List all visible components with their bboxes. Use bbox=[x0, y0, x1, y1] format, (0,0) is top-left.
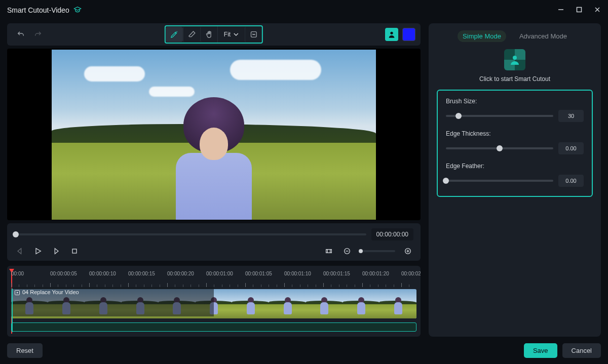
clip-label-text: 04 Replace Your Video bbox=[22, 289, 79, 295]
minimize-button[interactable] bbox=[557, 6, 564, 15]
ruler-tick: 00:00:01:00 bbox=[206, 271, 245, 287]
undo-button[interactable] bbox=[12, 27, 29, 42]
next-frame-button[interactable] bbox=[51, 246, 62, 257]
edge-thickness-value[interactable]: 0.00 bbox=[558, 142, 584, 154]
ruler-tick-label: 00:00:01:10 bbox=[284, 271, 311, 276]
time-ruler[interactable]: 00:0000:00:00:0500:00:00:1000:00:00:1500… bbox=[11, 271, 416, 287]
titlebar: Smart Cutout-Video bbox=[0, 0, 608, 20]
ruler-tick-label: 00:00:02: bbox=[401, 271, 421, 276]
window-title: Smart Cutout-Video bbox=[7, 6, 82, 15]
preview-frame bbox=[52, 50, 376, 220]
ruler-tick-label: 00:00:00:05 bbox=[50, 271, 77, 276]
clip-thumbnail bbox=[232, 289, 269, 318]
timecode-display: 00:00:00:00 bbox=[371, 228, 413, 240]
clip-play-icon bbox=[14, 290, 20, 296]
scrub-thumb[interactable] bbox=[13, 231, 19, 237]
hand-tool[interactable] bbox=[200, 27, 217, 42]
ruler-tick-label: 00:00 bbox=[11, 271, 24, 276]
svg-point-14 bbox=[513, 56, 517, 60]
edge-thickness-slider[interactable] bbox=[446, 147, 553, 149]
ruler-tick-label: 00:00:01:05 bbox=[245, 271, 272, 276]
window-title-text: Smart Cutout-Video bbox=[7, 6, 69, 14]
cancel-button[interactable]: Cancel bbox=[562, 343, 601, 358]
academic-cap-icon[interactable] bbox=[73, 6, 82, 15]
ruler-tick: 00:00 bbox=[11, 271, 50, 287]
tab-simple-mode[interactable]: Simple Mode bbox=[458, 30, 506, 42]
close-button[interactable] bbox=[594, 6, 601, 15]
brush-size-slider[interactable] bbox=[446, 115, 553, 117]
timeline[interactable]: 00:0000:00:00:0500:00:00:1000:00:00:1500… bbox=[7, 266, 421, 337]
zoom-slider[interactable] bbox=[360, 250, 395, 252]
person-icon bbox=[509, 54, 521, 66]
ruler-tick: 00:00:00:15 bbox=[128, 271, 167, 287]
svg-rect-7 bbox=[326, 250, 332, 253]
start-cutout-button[interactable] bbox=[504, 49, 525, 70]
ruler-tick-label: 00:00:00:15 bbox=[128, 271, 155, 276]
ruler-tick: 00:00:01:15 bbox=[323, 271, 362, 287]
ruler-tick-label: 00:00:01:20 bbox=[362, 271, 389, 276]
zoom-fit-select[interactable]: Fit bbox=[217, 26, 245, 43]
smart-brush-tool[interactable] bbox=[166, 27, 183, 42]
edge-feather-value[interactable]: 0.00 bbox=[558, 175, 584, 187]
tool-group: Fit bbox=[165, 25, 263, 44]
brush-size-value[interactable]: 30 bbox=[558, 110, 584, 122]
toggle-view-button[interactable] bbox=[245, 27, 262, 42]
ruler-tick-label: 00:00:00:20 bbox=[167, 271, 194, 276]
ruler-tick-label: 00:00:01:15 bbox=[323, 271, 350, 276]
ruler-tick: 00:00:00:05 bbox=[50, 271, 89, 287]
zoom-out-button[interactable] bbox=[341, 246, 353, 257]
clip-thumbnail bbox=[379, 289, 416, 318]
chevron-down-icon bbox=[234, 32, 239, 37]
redo-button[interactable] bbox=[29, 27, 47, 42]
edge-thickness-label: Edge Thickness: bbox=[446, 130, 584, 137]
ruler-tick-label: 00:00:00:10 bbox=[89, 271, 116, 276]
footer: Reset Save Cancel bbox=[0, 337, 608, 364]
clip-thumbnail bbox=[306, 289, 343, 318]
mask-subject-button[interactable] bbox=[385, 28, 398, 41]
cutout-track[interactable] bbox=[11, 322, 416, 332]
parameters-panel: Brush Size: 30 Edge Thickness: 0.00 Edge… bbox=[437, 90, 593, 197]
prev-frame-button[interactable] bbox=[14, 246, 25, 257]
transport-bar: 00:00:00:00 bbox=[7, 223, 421, 261]
zoom-fit-label: Fit bbox=[224, 31, 231, 38]
scrub-row: 00:00:00:00 bbox=[14, 228, 413, 240]
clip-thumbnail bbox=[269, 289, 306, 318]
scrub-track[interactable] bbox=[14, 233, 366, 235]
clip-thumbnail bbox=[343, 289, 380, 318]
ruler-tick: 00:00:00:20 bbox=[167, 271, 206, 287]
start-cutout-text: Click to start Smart Cutout bbox=[479, 75, 550, 83]
ruler-tick: 00:00:01:10 bbox=[284, 271, 323, 287]
video-preview[interactable] bbox=[7, 49, 421, 220]
play-button[interactable] bbox=[32, 246, 44, 257]
ruler-tick: 00:00:00:10 bbox=[89, 271, 128, 287]
mask-color-swatch[interactable] bbox=[402, 28, 415, 41]
brush-size-label: Brush Size: bbox=[446, 98, 584, 105]
stop-button[interactable] bbox=[69, 246, 80, 257]
aspect-button[interactable] bbox=[323, 246, 334, 257]
clip-label-overlay: 04 Replace Your Video bbox=[11, 287, 214, 316]
edge-feather-slider[interactable] bbox=[446, 180, 553, 182]
preview-toolbar: Fit bbox=[7, 23, 421, 46]
eraser-tool[interactable] bbox=[183, 27, 200, 42]
svg-point-5 bbox=[390, 32, 393, 34]
window-controls bbox=[557, 6, 601, 15]
tab-advanced-mode[interactable]: Advanced Mode bbox=[514, 30, 572, 42]
start-cutout-box: Click to start Smart Cutout bbox=[437, 49, 593, 83]
side-panel: Simple Mode Advanced Mode Click to start… bbox=[429, 23, 601, 337]
ruler-tick-label: 00:00:01:00 bbox=[206, 271, 233, 276]
ruler-tick: 00:00:01:05 bbox=[245, 271, 284, 287]
ruler-tick: 00:00:02: bbox=[401, 271, 421, 287]
svg-rect-6 bbox=[72, 249, 77, 253]
mask-preview-controls bbox=[385, 28, 415, 41]
svg-rect-1 bbox=[577, 8, 582, 12]
reset-button[interactable]: Reset bbox=[7, 343, 43, 358]
save-button[interactable]: Save bbox=[524, 343, 557, 358]
zoom-in-button[interactable] bbox=[402, 246, 413, 257]
mode-tabs: Simple Mode Advanced Mode bbox=[437, 30, 593, 42]
ruler-tick: 00:00:01:20 bbox=[362, 271, 401, 287]
edge-feather-label: Edge Feather: bbox=[446, 163, 584, 170]
maximize-button[interactable] bbox=[576, 6, 583, 15]
